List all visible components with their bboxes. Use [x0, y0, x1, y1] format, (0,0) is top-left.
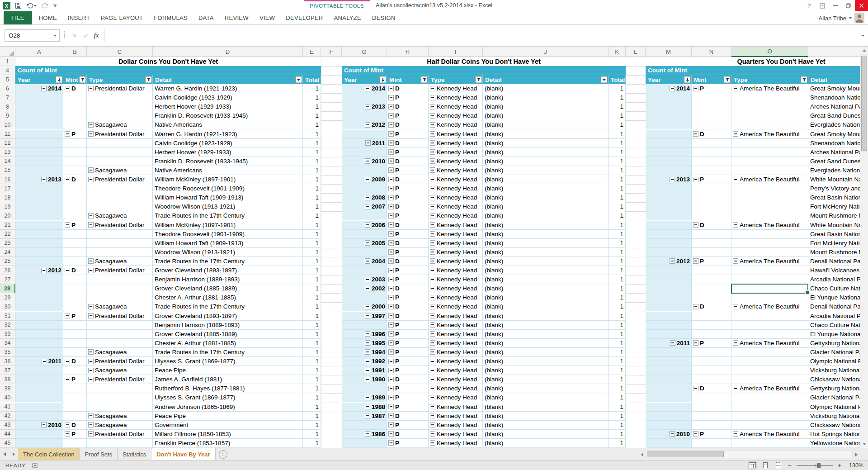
collapse-button[interactable] — [365, 122, 370, 128]
cell-K32[interactable]: 1 — [609, 321, 626, 330]
cell-A26[interactable]: 2012 — [15, 266, 63, 275]
scroll-up-icon[interactable] — [860, 47, 868, 54]
cell-J33[interactable]: (blank) — [483, 330, 609, 339]
save-button[interactable] — [15, 2, 22, 10]
cell-I15[interactable]: Kennedy Head — [429, 166, 483, 175]
row-header-23[interactable]: 23 — [0, 239, 15, 248]
collapse-button[interactable] — [388, 258, 394, 264]
cell-B18[interactable] — [63, 193, 87, 202]
cell-I33[interactable]: Kennedy Head — [429, 330, 483, 339]
cell-N31[interactable] — [692, 312, 731, 321]
cell-A16[interactable]: 2013 — [15, 175, 63, 184]
collapse-button[interactable] — [88, 213, 94, 218]
cell-D14[interactable]: Franklin D. Roosevelt (1933-1945) — [153, 157, 303, 166]
cell-O25[interactable]: America The Beautiful — [731, 257, 808, 266]
collapse-button[interactable] — [88, 122, 94, 128]
row-header-42[interactable]: 42 — [0, 412, 15, 421]
row-header-31[interactable]: 31 — [0, 312, 15, 321]
cell-D30[interactable]: Trade Routes in the 17th Century — [153, 302, 303, 311]
cell-N10[interactable] — [692, 120, 731, 129]
cell-K40[interactable]: 1 — [609, 393, 626, 402]
row-header-43[interactable]: 43 — [0, 421, 15, 430]
cell-P13[interactable]: Arches National Park — [808, 148, 860, 157]
cell-O31[interactable] — [731, 312, 808, 321]
cell-K36[interactable]: 1 — [609, 357, 626, 366]
cell-N27[interactable] — [692, 275, 731, 284]
cell-P35[interactable]: Glacier National Park — [808, 348, 860, 357]
cell-C34[interactable] — [87, 339, 153, 348]
cell-J30[interactable]: (blank) — [483, 302, 609, 311]
cell-A9[interactable] — [15, 111, 63, 120]
cell-N30[interactable]: D — [692, 302, 731, 311]
row-header-14[interactable]: 14 — [0, 157, 15, 166]
page-layout-view-button[interactable] — [761, 461, 770, 470]
cell-H39[interactable]: P — [387, 384, 429, 393]
cell-C8[interactable] — [87, 102, 153, 111]
cell-B23[interactable] — [63, 239, 87, 248]
cell-M22[interactable] — [646, 230, 692, 239]
cell-O9[interactable] — [731, 111, 808, 120]
cell-D37[interactable]: Peace Pipe — [153, 366, 303, 375]
cell-H42[interactable]: D — [387, 412, 429, 421]
cell-C19[interactable] — [87, 202, 153, 211]
cell-J43[interactable]: (blank) — [483, 421, 609, 430]
cell-H16[interactable]: D — [387, 175, 429, 184]
cell-P23[interactable]: Fort McHenry National Monument — [808, 239, 860, 248]
collapse-button[interactable] — [365, 140, 371, 146]
cell-K45[interactable]: 1 — [609, 439, 626, 448]
cell-O43[interactable] — [731, 421, 808, 430]
cell-O20[interactable] — [731, 211, 808, 220]
cell-A27[interactable] — [15, 275, 63, 284]
cell-B26[interactable]: D — [63, 266, 87, 275]
cell-H22[interactable]: P — [387, 230, 429, 239]
cell-C40[interactable] — [87, 393, 153, 402]
cell-E6[interactable]: 1 — [303, 84, 321, 93]
cell-D28[interactable]: Grover Cleveland (1885-1889) — [153, 284, 303, 293]
cell-G17[interactable] — [342, 184, 387, 193]
row-header-6[interactable]: 6 — [0, 84, 15, 93]
cell-C17[interactable] — [87, 184, 153, 193]
row-header-37[interactable]: 37 — [0, 366, 15, 375]
cell-G31[interactable]: 1997 — [342, 312, 387, 321]
cell-M39[interactable] — [646, 384, 692, 393]
collapse-button[interactable] — [88, 258, 94, 264]
cell-K20[interactable]: 1 — [609, 211, 626, 220]
ribbon-tab-analyze[interactable]: ANALYZE — [329, 11, 367, 24]
cell-P41[interactable]: Olympic National Park — [808, 403, 860, 412]
cell-G30[interactable]: 2000 — [342, 302, 387, 311]
cell-M37[interactable] — [646, 366, 692, 375]
cell-N40[interactable] — [692, 393, 731, 402]
filter-button[interactable] — [145, 76, 152, 83]
cell-C9[interactable] — [87, 111, 153, 120]
cell-M44[interactable]: 2010 — [646, 430, 692, 439]
cell-A39[interactable] — [15, 384, 63, 393]
cell-D33[interactable]: Grover Cleveland (1885-1889) — [153, 330, 303, 339]
cell-H17[interactable]: P — [387, 184, 429, 193]
cell-B42[interactable] — [63, 412, 87, 421]
cell-A6[interactable]: 2014 — [15, 84, 63, 93]
collapse-button[interactable] — [365, 204, 370, 209]
cell-J17[interactable]: (blank) — [483, 184, 609, 193]
collapse-button[interactable] — [693, 304, 698, 309]
page-break-view-button[interactable] — [774, 461, 783, 470]
cell-J29[interactable]: (blank) — [483, 293, 609, 302]
cell-I45[interactable]: Kennedy Head — [429, 439, 483, 448]
collapse-button[interactable] — [42, 359, 47, 364]
cell-H9[interactable]: P — [387, 111, 429, 120]
collapse-button[interactable] — [733, 386, 738, 391]
row-header-41[interactable]: 41 — [0, 403, 15, 412]
cell-O32[interactable] — [731, 321, 808, 330]
cell-M11[interactable] — [646, 130, 692, 139]
cell-D23[interactable]: William Howard Taft (1909-1913) — [153, 239, 303, 248]
cell-N8[interactable] — [692, 102, 731, 111]
cell-D35[interactable]: Trade Routes in the 17th Century — [153, 348, 303, 357]
row-header-29[interactable]: 29 — [0, 293, 15, 302]
horizontal-scroll-track[interactable] — [646, 451, 853, 458]
cell-J20[interactable]: (blank) — [483, 211, 609, 220]
cell-C44[interactable]: Presidential Dollar — [87, 430, 153, 439]
cell-M25[interactable]: 2012 — [646, 257, 692, 266]
cell-N20[interactable] — [692, 211, 731, 220]
sort-button[interactable] — [684, 76, 691, 83]
cell-I36[interactable]: Kennedy Head — [429, 357, 483, 366]
row-header-44[interactable]: 44 — [0, 430, 15, 439]
